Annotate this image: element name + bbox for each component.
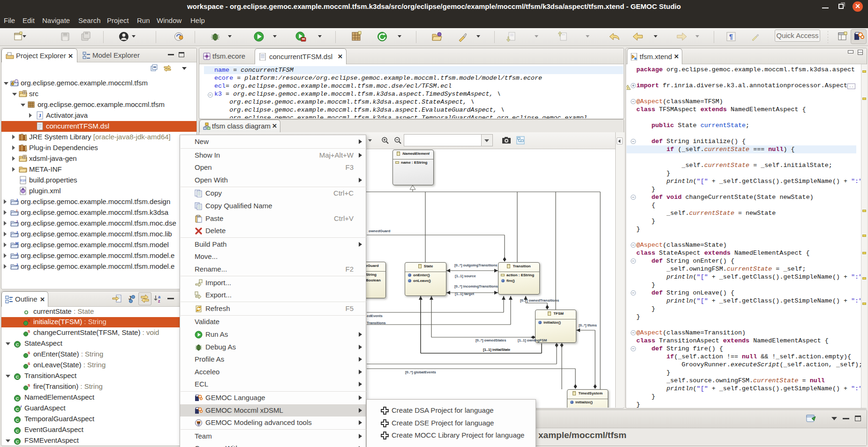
- svg-text:C: C: [16, 417, 19, 423]
- svg-text:A: A: [20, 405, 22, 409]
- svg-text:C: C: [16, 439, 19, 444]
- svg-text:C: C: [16, 342, 19, 347]
- svg-text:J: J: [16, 230, 18, 235]
- svg-text:010: 010: [20, 179, 26, 182]
- svg-text:C: C: [16, 407, 19, 412]
- svg-text:C: C: [16, 428, 19, 433]
- svg-text:!: !: [627, 86, 628, 90]
- svg-text:!: !: [16, 209, 18, 213]
- svg-text:C: C: [16, 374, 19, 379]
- svg-text:S: S: [28, 383, 30, 387]
- svg-text:S: S: [28, 318, 30, 323]
- svg-text:¶: ¶: [729, 33, 733, 40]
- svg-text:S: S: [28, 351, 30, 355]
- svg-text:J: J: [16, 198, 18, 202]
- svg-text:C: C: [16, 396, 19, 401]
- svg-text:M: M: [197, 421, 200, 424]
- svg-text:!: !: [12, 83, 13, 85]
- svg-text:J: J: [16, 220, 18, 224]
- svg-text:M: M: [15, 241, 19, 245]
- svg-text:J: J: [16, 263, 18, 267]
- svg-text:J: J: [38, 113, 41, 118]
- svg-text:J: J: [16, 252, 18, 256]
- svg-text:S: S: [28, 362, 30, 366]
- svg-text:z: z: [158, 299, 160, 303]
- svg-text:S: S: [28, 329, 30, 333]
